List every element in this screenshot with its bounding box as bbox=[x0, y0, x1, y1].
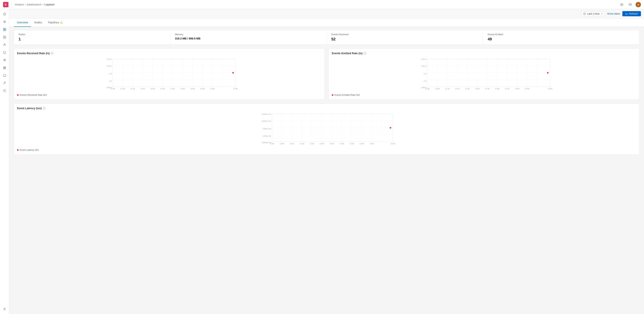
warning-icon bbox=[60, 21, 63, 24]
svg-rect-23 bbox=[3, 74, 6, 76]
chart-events-emitted: Events Emitted Rate (/s) i 1.01 /s 1.01 … bbox=[328, 48, 640, 100]
settings-icon bbox=[620, 3, 623, 6]
svg-text:17:00: 17:00 bbox=[110, 88, 115, 90]
content-area: Last 1 hour Show dates Refresh Overview … bbox=[9, 9, 644, 314]
events-received-info-icon[interactable]: i bbox=[51, 52, 54, 55]
svg-point-91 bbox=[547, 72, 548, 74]
svg-text:17:00: 17:00 bbox=[425, 88, 430, 90]
stat-events-received-value: 52 bbox=[332, 37, 478, 41]
svg-rect-15 bbox=[5, 36, 6, 37]
stack-icon bbox=[3, 66, 6, 69]
stat-memory-value: 319.3 MB / 989.9 MB bbox=[175, 37, 322, 40]
event-latency-info-icon[interactable]: i bbox=[43, 107, 46, 110]
svg-text:17:50: 17:50 bbox=[370, 143, 374, 145]
svg-text:1.01 /s: 1.01 /s bbox=[421, 65, 427, 67]
svg-text:17:25: 17:25 bbox=[320, 143, 324, 145]
svg-text:17:40: 17:40 bbox=[190, 88, 195, 90]
svg-text:17:55: 17:55 bbox=[233, 88, 238, 90]
stat-nodes-value: 1 bbox=[18, 37, 166, 41]
sidebar-item-settings[interactable] bbox=[1, 306, 8, 313]
svg-text:17:10: 17:10 bbox=[130, 88, 135, 90]
svg-text:17:40: 17:40 bbox=[350, 143, 354, 145]
refresh-button[interactable]: Refresh bbox=[622, 11, 641, 16]
legend-dot-emitted bbox=[332, 94, 333, 96]
svg-point-29 bbox=[61, 23, 62, 23]
svg-text:17:30: 17:30 bbox=[485, 88, 490, 90]
sidebar-item-alerts[interactable] bbox=[1, 49, 8, 56]
svg-text:17:05: 17:05 bbox=[120, 88, 125, 90]
tab-overview[interactable]: Overview bbox=[14, 18, 31, 27]
breadcrumb-elasticsearch[interactable]: elasticsearch bbox=[27, 3, 42, 6]
breadcrumb-current: Logstash bbox=[44, 3, 55, 6]
charts-grid: Events Received Rate (/s) i 1.01 /s 1.01… bbox=[14, 48, 640, 155]
heart-icon bbox=[3, 89, 6, 92]
user-avatar[interactable]: e bbox=[636, 2, 641, 7]
svg-text:1 /s: 1 /s bbox=[109, 80, 112, 82]
sidebar-item-stack[interactable] bbox=[1, 64, 8, 71]
events-emitted-info-icon[interactable]: i bbox=[364, 52, 366, 55]
chart-events-emitted-area: 1.01 /s 1.01 /s 1 /s 1 /s 0.99 /s bbox=[332, 57, 636, 92]
svg-rect-21 bbox=[4, 68, 6, 68]
sidebar-item-monitor[interactable] bbox=[1, 72, 8, 79]
mail-icon-btn[interactable] bbox=[627, 1, 633, 8]
svg-point-1 bbox=[622, 4, 622, 5]
breadcrumb-sep1: / bbox=[25, 3, 26, 6]
settings-sidebar-icon bbox=[3, 308, 6, 311]
time-bar: Last 1 hour Show dates Refresh bbox=[9, 9, 644, 18]
sidebar bbox=[0, 9, 9, 314]
history-icon bbox=[3, 13, 6, 16]
tab-nodes[interactable]: Nodes bbox=[31, 18, 45, 27]
stat-events-emitted-value: 49 bbox=[488, 37, 634, 41]
stat-events-emitted: Events Emitted 49 bbox=[483, 30, 639, 44]
svg-text:17:10: 17:10 bbox=[290, 143, 294, 145]
svg-point-19 bbox=[5, 59, 6, 60]
svg-text:17:20: 17:20 bbox=[310, 143, 314, 145]
top-nav-right: e bbox=[619, 1, 641, 8]
sidebar-item-history[interactable] bbox=[1, 11, 8, 18]
chart-event-latency-title: Event Latency (ms) i bbox=[17, 107, 636, 110]
svg-rect-10 bbox=[3, 28, 4, 29]
page-content: Nodes 1 Memory 319.3 MB / 989.9 MB Event… bbox=[9, 27, 644, 314]
svg-text:1.01 /s: 1.01 /s bbox=[421, 58, 427, 60]
svg-text:17:55: 17:55 bbox=[548, 88, 552, 90]
legend-dot bbox=[17, 94, 18, 96]
grid-icon bbox=[3, 36, 6, 39]
svg-text:1 /s: 1 /s bbox=[424, 80, 426, 82]
stats-bar: Nodes 1 Memory 319.3 MB / 989.9 MB Event… bbox=[14, 30, 640, 45]
sidebar-item-usergroup[interactable] bbox=[1, 57, 8, 64]
svg-text:17:55: 17:55 bbox=[390, 143, 395, 145]
svg-text:17:05: 17:05 bbox=[435, 88, 440, 90]
svg-rect-20 bbox=[4, 68, 6, 69]
sidebar-item-grid[interactable] bbox=[1, 34, 8, 41]
sidebar-item-users[interactable] bbox=[1, 41, 8, 48]
home-icon bbox=[3, 20, 6, 23]
breadcrumb-clusters[interactable]: Clusters bbox=[15, 3, 24, 6]
tabs-bar: Overview Nodes Pipelines bbox=[9, 18, 644, 27]
svg-rect-11 bbox=[5, 28, 6, 29]
svg-text:17:30: 17:30 bbox=[330, 143, 334, 145]
svg-point-17 bbox=[4, 44, 5, 45]
monitor-icon bbox=[3, 74, 6, 77]
clock-icon bbox=[583, 12, 586, 15]
svg-text:1,003.11 ms: 1,003.11 ms bbox=[262, 120, 271, 122]
events-received-svg: 1.01 /s 1.01 /s 1 /s 1 /s 0.99 /s bbox=[17, 57, 322, 92]
svg-rect-16 bbox=[5, 37, 6, 38]
chart-events-emitted-legend: Events Emitted Rate N/A bbox=[332, 94, 636, 96]
time-selector[interactable]: Last 1 hour bbox=[581, 11, 605, 16]
svg-text:17:50: 17:50 bbox=[525, 88, 530, 90]
sidebar-item-home[interactable] bbox=[1, 18, 8, 25]
sidebar-item-dashboard[interactable] bbox=[1, 26, 8, 33]
bell-icon bbox=[3, 51, 6, 54]
sidebar-item-tool[interactable] bbox=[1, 80, 8, 87]
sidebar-item-heart[interactable] bbox=[1, 87, 8, 94]
app-logo: K bbox=[3, 2, 8, 7]
svg-text:17:45: 17:45 bbox=[515, 88, 520, 90]
settings-icon-btn[interactable] bbox=[619, 1, 625, 8]
svg-text:1.01 /s: 1.01 /s bbox=[106, 65, 112, 67]
show-dates-button[interactable]: Show dates bbox=[607, 12, 620, 15]
breadcrumb: Clusters / elasticsearch / Logstash bbox=[15, 3, 55, 6]
refresh-label: Refresh bbox=[629, 12, 638, 15]
svg-text:1 /s: 1 /s bbox=[109, 73, 112, 75]
tab-pipelines[interactable]: Pipelines bbox=[45, 18, 66, 27]
svg-text:17:00: 17:00 bbox=[270, 143, 274, 145]
